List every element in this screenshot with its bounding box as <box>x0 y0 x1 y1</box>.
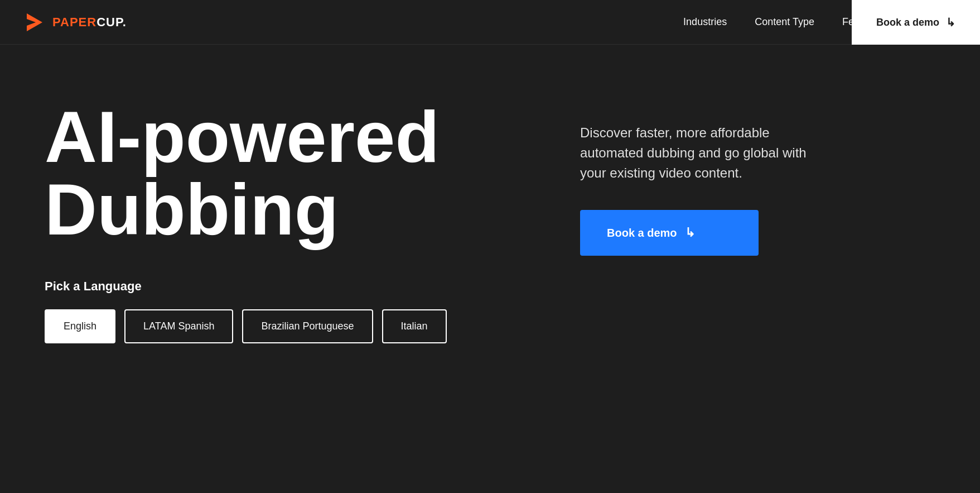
hero-left: AI-powered Dubbing Pick a Language Engli… <box>45 100 547 460</box>
nav-item-industries[interactable]: Industries <box>683 16 727 28</box>
language-button-brazilian-portuguese[interactable]: Brazilian Portuguese <box>242 309 373 343</box>
navbar-arrow-icon: ↳ <box>946 16 955 29</box>
language-button-italian[interactable]: Italian <box>382 309 447 343</box>
hero-arrow-icon: ↳ <box>685 226 695 240</box>
hero-book-demo-button[interactable]: Book a demo ↳ <box>580 210 759 256</box>
pick-language-label: Pick a Language <box>45 279 547 294</box>
logo-text: PAPERCUP. <box>52 15 127 30</box>
hero-right: Discover faster, more affordable automat… <box>547 100 825 460</box>
nav-item-content-type[interactable]: Content Type <box>755 16 814 28</box>
navbar-book-demo-button[interactable]: Book a demo ↳ <box>852 0 980 45</box>
hero-title: AI-powered Dubbing <box>45 100 547 246</box>
navbar: PAPERCUP. Industries Content Type Featur… <box>0 0 980 45</box>
papercup-logo-icon <box>22 10 47 35</box>
language-button-english[interactable]: English <box>45 309 115 343</box>
logo[interactable]: PAPERCUP. <box>22 10 127 35</box>
language-button-latam-spanish[interactable]: LATAM Spanish <box>124 309 233 343</box>
language-buttons: English LATAM Spanish Brazilian Portugue… <box>45 309 547 343</box>
svg-marker-0 <box>27 13 42 31</box>
hero-description: Discover faster, more affordable automat… <box>580 123 825 183</box>
hero-section: AI-powered Dubbing Pick a Language Engli… <box>0 45 980 493</box>
